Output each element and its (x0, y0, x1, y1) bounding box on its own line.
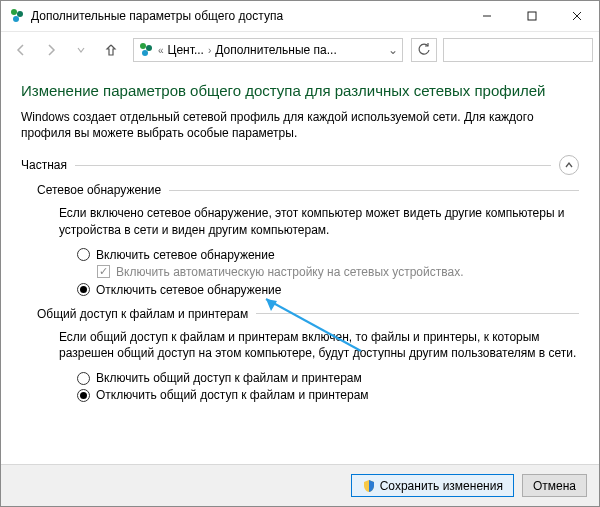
file-printer-title: Общий доступ к файлам и принтерам (37, 307, 248, 321)
breadcrumb-sep: « (158, 45, 164, 56)
address-bar[interactable]: « Цент... › Дополнительные па... ⌄ (133, 38, 403, 62)
up-button[interactable] (97, 36, 125, 64)
content-area: Изменение параметров общего доступа для … (1, 68, 599, 464)
collapse-button[interactable] (559, 155, 579, 175)
radio-icon (77, 283, 90, 296)
svg-point-1 (17, 11, 23, 17)
radio-fileshare-on[interactable]: Включить общий доступ к файлам и принтер… (77, 371, 579, 385)
network-discovery-desc: Если включено сетевое обнаружение, этот … (59, 205, 579, 237)
radio-icon (77, 248, 90, 261)
shield-icon (362, 479, 376, 493)
window-title: Дополнительные параметры общего доступа (31, 9, 464, 23)
titlebar: Дополнительные параметры общего доступа (1, 1, 599, 32)
breadcrumb-sep: › (208, 45, 211, 56)
checkbox-auto-setup: ✓ Включить автоматическую настройку на с… (97, 265, 579, 279)
svg-point-0 (11, 9, 17, 15)
search-input[interactable] (443, 38, 593, 62)
save-label: Сохранить изменения (380, 479, 503, 493)
network-discovery-title: Сетевое обнаружение (37, 183, 161, 197)
divider (75, 165, 551, 166)
network-icon (138, 42, 154, 58)
network-icon (9, 8, 25, 24)
radio-label: Включить сетевое обнаружение (96, 248, 275, 262)
svg-rect-4 (528, 12, 536, 20)
page-title: Изменение параметров общего доступа для … (21, 82, 579, 99)
radio-icon (77, 389, 90, 402)
chevron-down-icon[interactable]: ⌄ (388, 43, 398, 57)
radio-network-on[interactable]: Включить сетевое обнаружение (77, 248, 579, 262)
file-printer-desc: Если общий доступ к файлам и принтерам в… (59, 329, 579, 361)
radio-label: Отключить общий доступ к файлам и принте… (96, 388, 369, 402)
cancel-button[interactable]: Отмена (522, 474, 587, 497)
recent-dropdown[interactable] (67, 36, 95, 64)
divider (169, 190, 579, 191)
svg-point-2 (13, 16, 19, 22)
minimize-button[interactable] (464, 1, 509, 31)
maximize-button[interactable] (509, 1, 554, 31)
breadcrumb-part[interactable]: Цент... (168, 43, 204, 57)
divider (256, 313, 579, 314)
radio-label: Отключить сетевое обнаружение (96, 283, 281, 297)
radio-label: Включить общий доступ к файлам и принтер… (96, 371, 362, 385)
svg-point-7 (140, 43, 146, 49)
footer: Сохранить изменения Отмена (1, 464, 599, 506)
close-button[interactable] (554, 1, 599, 31)
svg-point-9 (142, 50, 148, 56)
checkbox-label: Включить автоматическую настройку на сет… (116, 265, 464, 279)
navbar: « Цент... › Дополнительные па... ⌄ (1, 32, 599, 68)
cancel-label: Отмена (533, 479, 576, 493)
refresh-button[interactable] (411, 38, 437, 62)
forward-button[interactable] (37, 36, 65, 64)
radio-fileshare-off[interactable]: Отключить общий доступ к файлам и принте… (77, 388, 579, 402)
radio-icon (77, 372, 90, 385)
save-button[interactable]: Сохранить изменения (351, 474, 514, 497)
back-button[interactable] (7, 36, 35, 64)
profile-label: Частная (21, 158, 67, 172)
radio-network-off[interactable]: Отключить сетевое обнаружение (77, 283, 579, 297)
breadcrumb-part[interactable]: Дополнительные па... (215, 43, 337, 57)
svg-point-8 (146, 45, 152, 51)
checkbox-icon: ✓ (97, 265, 110, 278)
page-description: Windows создает отдельный сетевой профил… (21, 109, 579, 141)
